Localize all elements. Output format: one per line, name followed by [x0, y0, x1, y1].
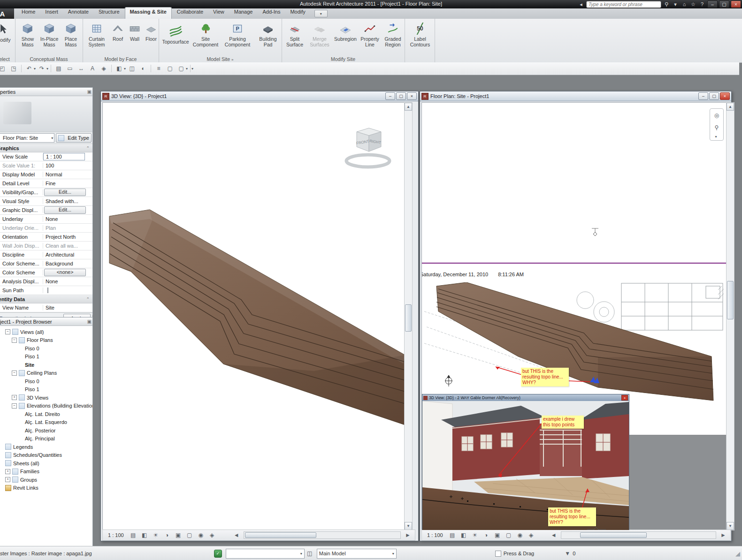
view-scale-value[interactable]: 1 : 100: [43, 153, 85, 160]
graphics-section-header[interactable]: Graphics ⌃: [0, 144, 92, 152]
search-options-caret-icon[interactable]: ▾: [672, 1, 679, 8]
tree-item-alc-principal[interactable]: Alç. Principal: [0, 435, 92, 443]
save-icon[interactable]: ◳: [8, 63, 19, 74]
reveal-hidden-icon[interactable]: ◈: [526, 530, 536, 540]
expander-icon[interactable]: +: [12, 395, 17, 400]
app-close-button[interactable]: ×: [731, 0, 741, 8]
tree-item-alc-lat-esquerdo[interactable]: Alç. Lat. Esquerdo: [0, 418, 92, 427]
expander-icon[interactable]: +: [5, 469, 10, 474]
floorplan-hscrollbar[interactable]: [561, 531, 716, 539]
crop-view-icon[interactable]: ▣: [492, 530, 503, 540]
split-surface-button[interactable]: Split Surface: [283, 20, 306, 57]
tab-annotate[interactable]: Annotate: [63, 8, 93, 19]
expander-icon[interactable]: −: [5, 329, 10, 334]
expander-icon[interactable]: −: [12, 403, 17, 409]
reveal-hidden-icon[interactable]: ◈: [207, 530, 217, 540]
type-selector-dropdown[interactable]: Floor Plan: Site ▾: [0, 133, 54, 143]
worksets-dropdown[interactable]: ▾: [226, 549, 305, 559]
viewcube[interactable]: FRONT RIGHT: [340, 122, 396, 171]
tree-item-alc-posterior[interactable]: Alç. Posterior: [0, 426, 92, 435]
design-options-icon[interactable]: ◫: [305, 548, 315, 559]
section-icon[interactable]: ◫: [127, 63, 137, 74]
shadows-icon[interactable]: ◑: [481, 530, 491, 540]
scroll-thumb[interactable]: [580, 532, 647, 538]
graphic-display-edit-button[interactable]: Edit...: [44, 206, 86, 214]
tree-item-3d-views[interactable]: +3D Views: [0, 394, 92, 402]
default-3d-view-icon[interactable]: ◧: [114, 63, 124, 74]
inplace-mass-button[interactable]: In-Place Mass: [38, 20, 60, 57]
building-pad-button[interactable]: Building Pad: [254, 20, 282, 57]
temporary-hide-icon[interactable]: ◉: [515, 530, 525, 540]
sun-path-icon[interactable]: ☀: [151, 530, 161, 540]
press-drag-checkbox[interactable]: [495, 551, 501, 557]
spot-elevation-marker[interactable]: [589, 226, 601, 236]
thin-lines-icon[interactable]: ≡: [153, 63, 164, 74]
communication-center-icon[interactable]: ⌂: [681, 1, 688, 8]
measure-icon[interactable]: ▭: [65, 63, 75, 74]
hscroll-right-icon[interactable]: ►: [718, 530, 728, 540]
floor-button[interactable]: Floor: [143, 20, 160, 57]
discipline-value[interactable]: Architectural: [43, 252, 92, 257]
properties-header[interactable]: Properties ▣: [0, 88, 92, 96]
print-icon[interactable]: ▤: [54, 63, 64, 74]
tag-icon[interactable]: ◈: [99, 63, 109, 74]
site-component-button[interactable]: Site Component: [191, 20, 221, 57]
crop-region-icon[interactable]: ▢: [504, 530, 514, 540]
app-maximize-button[interactable]: ▢: [719, 0, 729, 8]
resize-grip-icon[interactable]: ◢: [735, 550, 740, 557]
steering-wheel-icon[interactable]: ◎: [711, 110, 722, 121]
color-scheme-button[interactable]: <none>: [44, 269, 86, 276]
scale-value[interactable]: 100: [43, 163, 92, 168]
palette-dock-icon[interactable]: ▣: [87, 319, 92, 324]
detail-level-value[interactable]: Fine: [43, 181, 92, 186]
tab-insert[interactable]: Insert: [40, 8, 63, 19]
redo-caret-icon[interactable]: ▾: [46, 67, 48, 71]
open-icon[interactable]: ◰: [0, 63, 8, 74]
floorplan-close-button[interactable]: ×: [720, 92, 730, 100]
floorplan-vscrollbar[interactable]: ▲ ▼: [726, 102, 734, 530]
panel-expander-icon[interactable]: »: [231, 58, 233, 62]
floorplan-restore-button[interactable]: ▢: [709, 92, 719, 100]
hscroll-left-icon[interactable]: ◄: [549, 530, 559, 540]
scroll-up-icon[interactable]: ▲: [727, 103, 734, 111]
expander-icon[interactable]: +: [5, 477, 10, 482]
section-collapse-icon[interactable]: ⌃: [86, 297, 90, 302]
visual-style-icon[interactable]: ◧: [139, 530, 150, 540]
orientation-value[interactable]: Project North: [43, 234, 92, 240]
close-hidden-windows-icon[interactable]: ▢: [165, 63, 175, 74]
infocenter-toggle-icon[interactable]: ◂: [577, 1, 585, 8]
label-contours-button[interactable]: 50 Label Contours: [406, 20, 434, 57]
tab-modify[interactable]: Modify: [285, 8, 310, 19]
undo-caret-icon[interactable]: ▾: [34, 67, 36, 71]
detail-level-icon[interactable]: ▤: [128, 530, 138, 540]
tab-structure[interactable]: Structure: [94, 8, 124, 19]
expander-icon[interactable]: −: [12, 371, 17, 376]
tree-item-schedules[interactable]: Schedules/Quantities: [0, 451, 92, 460]
tree-item-piso1[interactable]: Piso 1: [0, 353, 92, 361]
view3d-minimize-button[interactable]: –: [385, 92, 395, 100]
scale-button[interactable]: 1 : 100: [424, 531, 446, 539]
toposurface-button[interactable]: Toposurface: [161, 20, 191, 57]
view3d-canvas[interactable]: FRONT RIGHT: [102, 102, 405, 530]
modify-button[interactable]: Modify: [0, 20, 15, 57]
search-input[interactable]: [586, 1, 661, 8]
tree-item-ceiling-plans[interactable]: −Ceiling Plans: [0, 369, 92, 378]
design-options-dropdown[interactable]: Main Model ▾: [317, 549, 397, 559]
view3d-restore-button[interactable]: ▢: [396, 92, 406, 100]
tab-home[interactable]: Home: [17, 8, 40, 19]
navbar-caret-icon[interactable]: ▾: [715, 135, 717, 139]
tab-view[interactable]: View: [208, 8, 229, 19]
roof-button[interactable]: Roof: [109, 20, 126, 57]
show-mass-button[interactable]: Show Mass: [17, 20, 38, 57]
view3d-hscrollbar[interactable]: [244, 531, 401, 539]
visual-style-icon[interactable]: ◧: [459, 530, 469, 540]
redo-icon[interactable]: ↷: [37, 63, 47, 74]
palette-dock-icon[interactable]: ▣: [87, 89, 92, 94]
tree-item-ceiling-piso1[interactable]: Piso 1: [0, 386, 92, 394]
tab-addins[interactable]: Add-Ins: [258, 8, 285, 19]
hscroll-left-icon[interactable]: ◄: [231, 530, 242, 540]
app-minimize-button[interactable]: –: [707, 0, 718, 8]
crop-view-icon[interactable]: ▣: [173, 530, 184, 540]
scroll-up-icon[interactable]: ▲: [405, 103, 412, 111]
scroll-down-icon[interactable]: ▼: [727, 522, 734, 530]
